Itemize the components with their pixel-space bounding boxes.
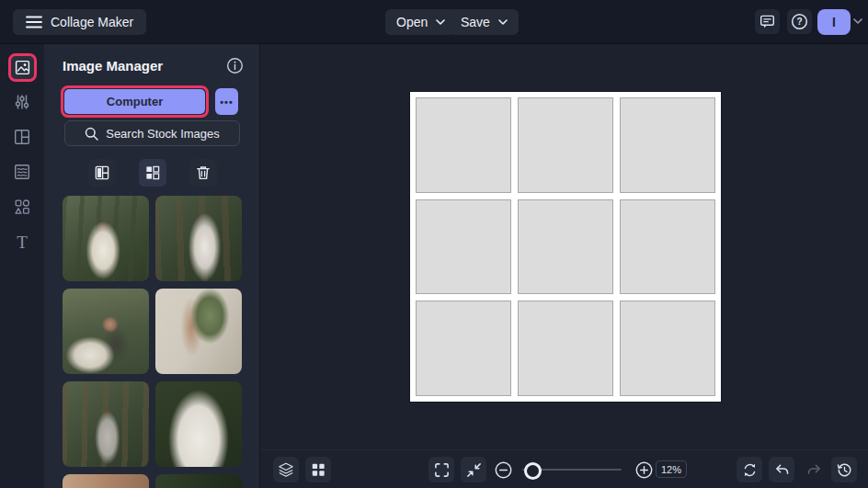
collage-canvas — [410, 92, 721, 402]
redo-icon — [806, 463, 822, 477]
svg-text:?: ? — [796, 17, 802, 27]
undo-button[interactable] — [769, 457, 794, 482]
reset-button[interactable] — [737, 457, 762, 482]
save-button[interactable]: Save — [450, 9, 519, 35]
fullscreen-icon — [434, 462, 450, 478]
image-thumbnail[interactable] — [63, 474, 149, 488]
hamburger-icon — [26, 16, 42, 28]
image-thumbnail[interactable] — [155, 196, 242, 281]
zoom-level-field[interactable]: 12% — [656, 460, 687, 478]
block-layout-icon — [144, 165, 161, 181]
panel-header: Image Manager — [63, 57, 244, 74]
collage-cell[interactable] — [620, 97, 715, 193]
grid-icon — [311, 462, 326, 477]
upload-row: Computer ••• — [61, 85, 238, 118]
thumbnail-tools-row — [44, 159, 260, 187]
help-icon: ? — [791, 13, 808, 30]
image-thumbnail[interactable] — [63, 196, 149, 281]
collage-cell[interactable] — [620, 301, 715, 396]
layers-icon — [278, 461, 294, 478]
collage-cell[interactable] — [416, 199, 511, 295]
image-thumbnail[interactable] — [63, 289, 149, 374]
tutorial-highlight-box — [8, 53, 37, 82]
history-button[interactable] — [831, 457, 857, 482]
help-button[interactable]: ? — [787, 9, 812, 34]
collage-cell[interactable] — [518, 199, 613, 295]
collage-cell[interactable] — [518, 97, 613, 193]
account-avatar[interactable]: I — [817, 9, 851, 35]
bottom-toolbar: 12% — [260, 449, 868, 488]
zoom-in-icon — [634, 460, 654, 480]
chevron-down-icon — [436, 19, 445, 25]
layers-button[interactable] — [273, 457, 299, 482]
zoom-slider-knob[interactable] — [524, 462, 542, 480]
search-icon — [85, 127, 98, 141]
computer-upload-button[interactable]: Computer — [64, 89, 205, 114]
text-icon: T — [17, 233, 28, 251]
image-thumbnail[interactable] — [155, 474, 242, 488]
zoom-out-button[interactable] — [493, 460, 513, 480]
fit-to-screen-icon — [466, 462, 482, 478]
chat-icon — [760, 14, 775, 29]
trash-icon — [195, 165, 211, 181]
account-chevron-down-icon[interactable] — [853, 18, 862, 24]
panel-title: Image Manager — [63, 58, 163, 74]
fit-to-screen-button[interactable] — [461, 457, 486, 482]
main-menu-button[interactable]: Collage Maker — [13, 9, 146, 35]
zoom-out-icon — [494, 460, 513, 480]
open-button[interactable]: Open — [385, 9, 456, 35]
save-label: Save — [461, 15, 490, 29]
column-layout-button[interactable] — [88, 159, 116, 187]
grid-view-button[interactable] — [305, 457, 331, 482]
search-label: Search Stock Images — [106, 127, 220, 141]
collage-cell[interactable] — [518, 301, 613, 396]
search-stock-images-button[interactable]: Search Stock Images — [64, 120, 240, 146]
zoom-in-button[interactable] — [634, 460, 654, 480]
collage-cell[interactable] — [416, 97, 511, 193]
collage-cell[interactable] — [416, 301, 511, 396]
avatar-initial: I — [832, 15, 836, 29]
image-thumbnail[interactable] — [63, 381, 149, 467]
sidebar-item-text[interactable]: T — [0, 227, 44, 256]
app-title: Collage Maker — [51, 15, 133, 29]
refresh-icon — [742, 462, 758, 478]
template-icon — [14, 164, 30, 180]
feedback-button[interactable] — [755, 9, 780, 34]
history-icon — [837, 462, 852, 478]
sidebar-item-templates[interactable] — [0, 157, 44, 187]
image-thumbnail-grid — [63, 196, 243, 488]
layout-icon — [14, 129, 30, 145]
image-icon — [15, 60, 30, 75]
sidebar-item-edit[interactable] — [0, 87, 44, 117]
info-icon[interactable] — [226, 57, 244, 74]
chevron-down-icon — [498, 19, 508, 25]
collage-cell[interactable] — [620, 199, 715, 295]
image-thumbnail[interactable] — [155, 381, 242, 467]
block-layout-button[interactable] — [139, 159, 166, 187]
tool-rail: T — [0, 44, 44, 488]
sidebar-item-graphics[interactable] — [0, 192, 44, 221]
column-layout-icon — [94, 165, 110, 181]
graphics-icon — [14, 199, 30, 215]
more-sources-button[interactable]: ••• — [215, 88, 238, 115]
canvas-workspace — [260, 44, 868, 449]
ellipsis-icon: ••• — [220, 96, 234, 108]
image-manager-panel: Image Manager Computer ••• Search Stock … — [44, 44, 260, 488]
tutorial-highlight-box: Computer — [61, 85, 209, 118]
undo-icon — [774, 463, 790, 477]
redo-button[interactable] — [801, 457, 827, 482]
sidebar-item-layouts[interactable] — [0, 122, 44, 152]
delete-images-button[interactable] — [189, 159, 217, 187]
image-thumbnail[interactable] — [155, 289, 242, 374]
sidebar-item-image-manager[interactable] — [0, 52, 44, 82]
zoom-slider[interactable] — [522, 460, 622, 480]
top-bar: Collage Maker Open Save ? I — [0, 0, 868, 44]
fullscreen-button[interactable] — [428, 457, 454, 482]
adjustments-icon — [14, 94, 30, 110]
open-label: Open — [396, 15, 428, 29]
